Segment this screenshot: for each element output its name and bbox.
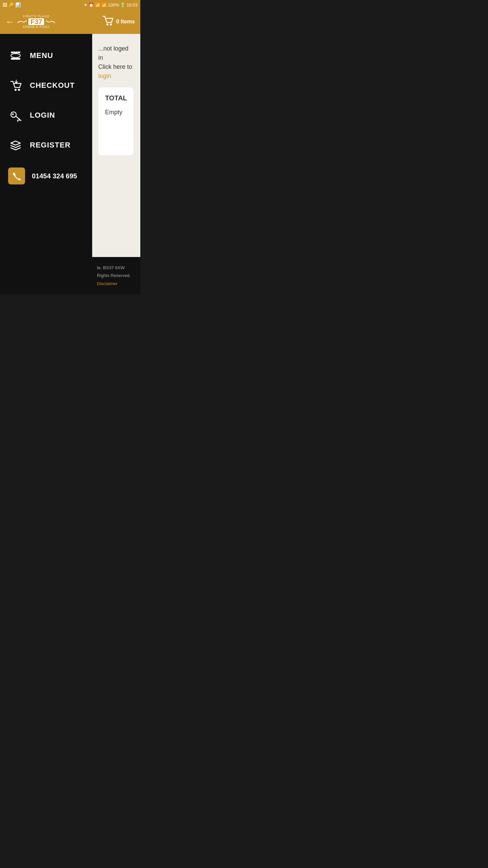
status-bar: 🖼 🔑 📊 ✴ ⏰ 📶 📶 100% 🔋 16:03 (0, 0, 140, 9)
login-icon (8, 108, 23, 123)
svg-point-14 (12, 114, 14, 115)
not-logged-line1: ...not loged in (98, 44, 134, 62)
svg-point-6 (15, 52, 16, 53)
status-right: ✴ ⏰ 📶 📶 100% 🔋 16:03 (84, 2, 138, 7)
bg-page-content: ...not loged in Click here to login TOTA… (92, 34, 140, 165)
cart-area[interactable]: 0 Items (102, 16, 135, 28)
checkout-icon (8, 78, 23, 93)
svg-line-11 (16, 116, 21, 121)
phone-number: 01454 324 695 (32, 172, 77, 180)
svg-point-7 (17, 52, 18, 53)
battery-icon: 🔋 (120, 2, 125, 7)
time: 16:03 (126, 2, 138, 7)
header-left: ← FIRAT'S PLACE F37 KEBAB & PIZZA (5, 15, 56, 29)
login-label: LOGIN (30, 111, 55, 120)
checkout-nav-item[interactable]: CHECKOUT (0, 71, 92, 100)
phone-nav-item[interactable]: 01454 324 695 (0, 160, 92, 192)
svg-point-1 (110, 23, 112, 25)
chart-icon: 📊 (15, 2, 21, 7)
phone-icon (12, 171, 21, 181)
not-logged-section: ...not loged in Click here to login (98, 44, 134, 81)
svg-point-3 (11, 54, 20, 58)
page-wrapper: ...not loged in Click here to login TOTA… (0, 34, 140, 294)
checkout-label: CHECKOUT (30, 81, 75, 90)
logo: FIRAT'S PLACE F37 KEBAB & PIZZA (17, 15, 56, 29)
not-logged-prefix: ...not lo (98, 45, 118, 52)
cart-empty-text: Empty (105, 109, 127, 116)
svg-point-5 (13, 52, 14, 53)
cart-icon (102, 16, 114, 28)
menu-nav-item[interactable]: MENU (0, 41, 92, 71)
back-button[interactable]: ← (5, 17, 14, 27)
menu-label: MENU (30, 51, 53, 60)
bluetooth-icon: ✴ (84, 2, 87, 7)
svg-rect-4 (11, 58, 20, 60)
signal-icon: 📶 (101, 2, 107, 7)
drawer: MENU CHECKOUT (0, 34, 92, 294)
cart-count: 0 Items (116, 19, 135, 25)
footer-address: te, BS37 6XW (97, 264, 135, 272)
footer-rights: Rights Reserved. (97, 272, 135, 279)
footer-disclaimer: Disclaimer (97, 280, 135, 288)
status-left: 🖼 🔑 📊 (3, 2, 21, 7)
svg-point-8 (15, 89, 17, 91)
battery-text: 100% (108, 2, 119, 7)
login-link[interactable]: login (98, 73, 111, 79)
logo-swoosh-icon (17, 20, 27, 24)
menu-icon (8, 48, 23, 63)
key-icon: 🔑 (8, 2, 14, 7)
register-label: REGISTER (30, 141, 70, 150)
click-here-text: Click (98, 63, 113, 70)
logo-swoosh2-icon (45, 20, 56, 24)
empty-label: Empty (105, 109, 122, 116)
cart-total-label: TOTAL (105, 94, 127, 102)
logo-f37: F37 (28, 18, 44, 25)
wifi-icon: 📶 (95, 2, 100, 7)
phone-icon-box (8, 167, 25, 184)
header: ← FIRAT'S PLACE F37 KEBAB & PIZZA 0 I (0, 9, 140, 34)
photo-icon: 🖼 (3, 2, 7, 7)
alarm-icon: ⏰ (88, 2, 94, 7)
svg-point-0 (106, 23, 108, 25)
cart-card: TOTAL Empty (98, 87, 134, 155)
register-icon (8, 138, 23, 153)
register-nav-item[interactable]: REGISTER (0, 130, 92, 160)
footer: te, BS37 6XW Rights Reserved. Disclaimer (92, 257, 140, 294)
logo-bottom-text: KEBAB & PIZZA (23, 25, 50, 29)
cart-svg-icon (102, 16, 114, 26)
svg-point-9 (18, 89, 20, 91)
login-nav-item[interactable]: LOGIN (0, 100, 92, 130)
not-logged-line2: Click here to login (98, 62, 134, 81)
